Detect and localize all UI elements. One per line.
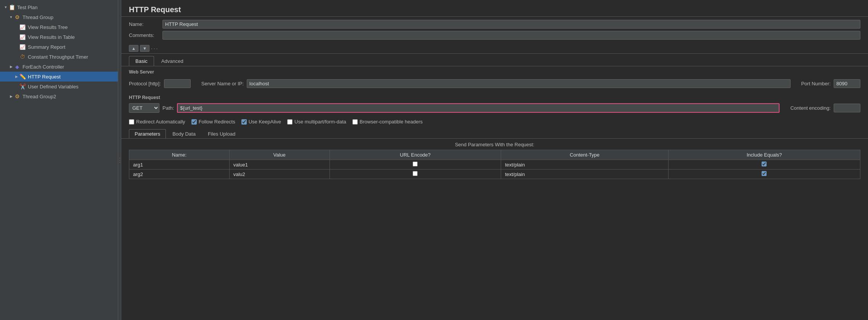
httprequest-icon: ✏️ — [19, 73, 26, 80]
name-input[interactable] — [162, 20, 860, 29]
server-input[interactable] — [247, 79, 791, 88]
sidebar-label-view-results-tree: View Results Tree — [28, 24, 68, 30]
redirect-auto-label: Redirect Automatically — [136, 119, 185, 125]
param-content-type-0: text/plain — [501, 160, 669, 170]
col-header-url-encode: URL Encode? — [330, 150, 501, 160]
sidebar-item-foreach-controller[interactable]: ▶◆ForEach Controller — [0, 62, 118, 72]
param-url-encode-1[interactable] — [330, 170, 501, 179]
param-name-0: arg1 — [129, 160, 230, 170]
sub-tabs-row: Parameters Body Data Files Upload — [121, 127, 868, 139]
browser-headers-checkbox-item: Browser-compatible headers — [352, 119, 423, 125]
threadgroup-icon: ⚙ — [14, 14, 21, 21]
table-row: arg2valu2text/plain — [129, 170, 860, 179]
main-panel: HTTP Request Name: Comments: ▲ ▼ ··· Bas… — [121, 0, 868, 320]
col-header-name: Name: — [129, 150, 230, 160]
sub-tab-body-data[interactable]: Body Data — [167, 129, 201, 138]
tree-arrow-http-request: ▶ — [14, 75, 19, 78]
sidebar-label-constant-throughput: Constant Throughput Timer — [28, 54, 88, 60]
redirect-auto-checkbox[interactable] — [129, 119, 134, 125]
param-value-0: value1 — [229, 160, 330, 170]
http-request-section-header: HTTP Request — [121, 92, 868, 102]
sidebar-label-user-defined-vars: User Defined Variables — [28, 84, 79, 90]
main-tabs: Basic Advanced — [121, 54, 868, 66]
port-input[interactable] — [834, 79, 860, 88]
use-keepalive-checkbox[interactable] — [241, 119, 247, 125]
sidebar-label-test-plan: Test Plan — [17, 5, 37, 10]
sidebar-item-view-results-table[interactable]: 📈View Results in Table — [0, 32, 118, 42]
resize-handle[interactable]: ⋮ — [118, 0, 121, 320]
listener-icon: 📈 — [19, 34, 26, 40]
path-label: Path: — [162, 105, 174, 111]
tree-arrow-thread-group2: ▶ — [8, 94, 14, 98]
listener-icon: 📈 — [19, 24, 26, 30]
send-params-label: Send Parameters With the Request: — [129, 142, 860, 147]
web-server-section-header: Web Server — [121, 66, 868, 76]
protocol-input[interactable] — [164, 79, 191, 88]
param-include-equals-0[interactable] — [668, 160, 860, 170]
tab-basic[interactable]: Basic — [129, 56, 154, 66]
sidebar-label-view-results-table: View Results in Table — [28, 34, 75, 40]
params-section: Send Parameters With the Request: Name: … — [121, 139, 868, 320]
param-value-1: valu2 — [229, 170, 330, 179]
params-table: Name: Value URL Encode? Content-Type Inc… — [129, 150, 860, 179]
sidebar-item-summary-report[interactable]: 📈Summary Report — [0, 42, 118, 52]
comments-input[interactable] — [162, 31, 860, 40]
content-encoding-input[interactable] — [834, 104, 860, 112]
param-name-1: arg2 — [129, 170, 230, 179]
checkboxes-row: Redirect Automatically Follow Redirects … — [121, 117, 868, 127]
param-url-encode-0[interactable] — [330, 160, 501, 170]
tree-arrow-thread-group: ▼ — [8, 15, 14, 19]
sub-tab-files-upload[interactable]: Files Upload — [202, 129, 241, 138]
threadgroup-icon: ⚙ — [14, 93, 21, 100]
tree-arrow-test-plan: ▼ — [3, 5, 8, 9]
tab-advanced[interactable]: Advanced — [155, 56, 190, 66]
sidebar-label-thread-group2: Thread Group2 — [23, 94, 56, 99]
col-header-include-equals: Include Equals? — [668, 150, 860, 160]
sidebar-item-user-defined-vars[interactable]: ✂️User Defined Variables — [0, 82, 118, 91]
sidebar-item-test-plan[interactable]: ▼📋Test Plan — [0, 2, 118, 12]
comments-label: Comments: — [129, 32, 159, 38]
tree-arrow-foreach-controller: ▶ — [8, 65, 14, 69]
browser-headers-label: Browser-compatible headers — [360, 119, 423, 125]
param-include-equals-1[interactable] — [668, 170, 860, 179]
follow-redirects-checkbox-item: Follow Redirects — [191, 119, 235, 125]
follow-redirects-label: Follow Redirects — [199, 119, 235, 125]
testplan-icon: 📋 — [8, 4, 15, 11]
up-button[interactable]: ▲ — [129, 45, 138, 52]
listener-icon: 📈 — [19, 43, 26, 50]
sidebar-label-summary-report: Summary Report — [28, 44, 65, 50]
multipart-checkbox-item: Use multipart/form-data — [287, 119, 346, 125]
down-button[interactable]: ▼ — [140, 45, 149, 52]
name-label: Name: — [129, 21, 159, 27]
sidebar-item-constant-throughput[interactable]: ⏱Constant Throughput Timer — [0, 52, 118, 62]
panel-title: HTTP Request — [121, 0, 868, 17]
sidebar-label-http-request: HTTP Request — [28, 74, 61, 80]
param-content-type-1: text/plain — [501, 170, 669, 179]
multipart-label: Use multipart/form-data — [294, 119, 346, 125]
follow-redirects-checkbox[interactable] — [191, 119, 197, 125]
sidebar-label-thread-group: Thread Group — [23, 14, 53, 20]
sidebar-label-foreach-controller: ForEach Controller — [23, 64, 64, 70]
keepalive-checkbox-item: Use KeepAlive — [241, 119, 281, 125]
sidebar: ▼📋Test Plan▼⚙Thread Group📈View Results T… — [0, 0, 118, 320]
use-multipart-checkbox[interactable] — [287, 119, 293, 125]
sidebar-item-thread-group2[interactable]: ▶⚙Thread Group2 — [0, 91, 118, 101]
server-label: Server Name or IP: — [201, 81, 244, 86]
content-encoding-label: Content encoding: — [790, 105, 831, 111]
path-input[interactable] — [177, 103, 780, 113]
toolbar-more: ··· — [151, 45, 159, 51]
redirect-auto-checkbox-item: Redirect Automatically — [129, 119, 185, 125]
keepalive-label: Use KeepAlive — [249, 119, 281, 125]
variables-icon: ✂️ — [19, 83, 26, 90]
sidebar-item-thread-group[interactable]: ▼⚙Thread Group — [0, 12, 118, 22]
browser-headers-checkbox[interactable] — [352, 119, 358, 125]
table-row: arg1value1text/plain — [129, 160, 860, 170]
sidebar-item-view-results-tree[interactable]: 📈View Results Tree — [0, 22, 118, 32]
sub-tab-parameters[interactable]: Parameters — [129, 129, 166, 138]
timer-icon: ⏱ — [19, 53, 26, 60]
col-header-content-type: Content-Type — [501, 150, 669, 160]
col-header-value: Value — [229, 150, 330, 160]
sidebar-item-http-request[interactable]: ▶✏️HTTP Request — [0, 72, 118, 82]
method-dropdown[interactable]: GET POST PUT DELETE PATCH HEAD OPTIONS — [129, 103, 159, 113]
port-label: Port Number: — [801, 81, 831, 86]
